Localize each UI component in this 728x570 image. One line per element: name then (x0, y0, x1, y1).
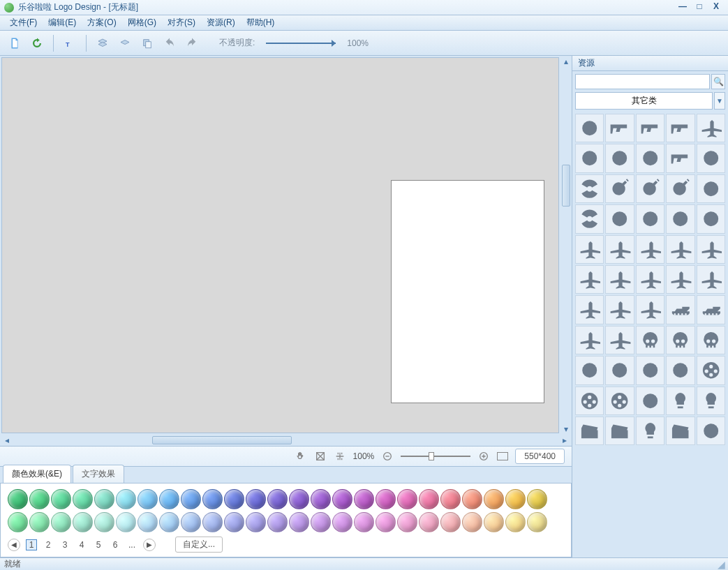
pager-page-2[interactable]: 2 (43, 540, 54, 550)
color-swatch[interactable] (267, 512, 288, 532)
color-swatch[interactable] (73, 489, 93, 509)
tab-color-effect[interactable]: 颜色效果(&E) (3, 465, 71, 483)
hand-tool-icon[interactable] (295, 450, 307, 463)
color-swatch[interactable] (397, 489, 417, 509)
zoom-slider[interactable] (401, 456, 470, 457)
light-icon[interactable] (636, 417, 664, 445)
undo-button[interactable] (161, 34, 179, 52)
vscroll-thumb[interactable] (562, 165, 570, 207)
color-swatch[interactable] (527, 512, 547, 532)
radar-icon[interactable] (666, 356, 694, 384)
color-swatch[interactable] (462, 489, 482, 509)
menu-help[interactable]: 帮助(H) (241, 15, 281, 30)
opacity-slider[interactable] (266, 43, 336, 44)
reel3-icon[interactable] (605, 387, 634, 415)
hscroll-thumb[interactable] (152, 436, 292, 444)
scroll-up-icon[interactable]: ▴ (560, 56, 572, 67)
ship-icon[interactable] (697, 295, 725, 324)
hscroll-track[interactable] (13, 436, 559, 444)
scroll-down-icon[interactable]: ▾ (560, 423, 572, 435)
shuriken-icon[interactable] (575, 114, 604, 142)
refresh-button[interactable] (28, 34, 46, 52)
color-swatch[interactable] (440, 489, 461, 509)
bullet-icon[interactable] (605, 144, 634, 172)
color-swatch[interactable] (116, 512, 136, 532)
layer-button-1[interactable] (94, 34, 112, 52)
radiation-icon[interactable] (575, 174, 604, 203)
clapper-icon[interactable] (575, 417, 604, 445)
color-swatch[interactable] (181, 489, 201, 509)
color-swatch[interactable] (51, 489, 71, 509)
scroll-left-icon[interactable]: ◂ (1, 435, 13, 446)
chopper-icon[interactable] (575, 295, 604, 324)
pager-page-1[interactable]: 1 (26, 539, 37, 550)
biohazard-icon[interactable] (575, 204, 604, 233)
color-swatch[interactable] (94, 489, 114, 509)
color-swatch[interactable] (29, 489, 50, 509)
color-swatch[interactable] (246, 512, 266, 532)
crosshair-icon[interactable] (697, 144, 725, 172)
color-swatch[interactable] (289, 512, 309, 532)
color-swatch[interactable] (202, 512, 223, 532)
skull2-icon[interactable] (666, 326, 694, 354)
color-swatch[interactable] (311, 512, 331, 532)
pager-prev-button[interactable]: ◀ (8, 539, 20, 551)
canvas-size-selector[interactable]: 550*400 (515, 449, 565, 464)
color-swatch[interactable] (484, 489, 504, 509)
copy-button[interactable] (138, 34, 156, 52)
color-swatch[interactable] (376, 512, 396, 532)
color-swatch[interactable] (527, 489, 547, 509)
revolver-icon[interactable] (636, 114, 664, 142)
color-swatch[interactable] (159, 512, 179, 532)
fighter2-icon[interactable] (636, 265, 664, 294)
menu-align[interactable]: 对齐(S) (162, 15, 201, 30)
color-swatch[interactable] (419, 489, 439, 509)
color-swatch[interactable] (73, 512, 93, 532)
lasso-icon[interactable] (605, 204, 634, 233)
telescope-icon[interactable] (636, 356, 664, 384)
custom-color-button[interactable]: 自定义... (175, 537, 223, 553)
close-button[interactable]: X (708, 2, 724, 13)
fighter-icon[interactable] (605, 265, 634, 294)
color-swatch[interactable] (289, 489, 309, 509)
shell-icon[interactable] (636, 144, 664, 172)
color-swatch[interactable] (332, 489, 352, 509)
spray-icon[interactable] (697, 174, 725, 203)
color-swatch[interactable] (354, 489, 374, 509)
pager-page-4[interactable]: 4 (76, 540, 87, 550)
screen-icon[interactable] (666, 417, 694, 445)
layer-button-2[interactable] (116, 34, 134, 52)
knife-icon[interactable] (575, 144, 604, 172)
jet2-icon[interactable] (605, 326, 634, 354)
color-swatch[interactable] (311, 489, 331, 509)
color-swatch[interactable] (440, 512, 461, 532)
rocket-icon[interactable] (697, 114, 725, 142)
tank-icon[interactable] (666, 295, 694, 324)
color-swatch[interactable] (138, 512, 158, 532)
uzi-icon[interactable] (666, 144, 694, 172)
pistol-icon[interactable] (605, 114, 634, 142)
color-swatch[interactable] (397, 512, 417, 532)
pager-page-3[interactable]: 3 (59, 540, 70, 550)
burst-icon[interactable] (636, 387, 664, 415)
menu-edit[interactable]: 编辑(E) (43, 15, 82, 30)
text-tool-button[interactable]: T (61, 34, 79, 52)
color-swatch[interactable] (224, 512, 244, 532)
balloon-icon[interactable] (697, 387, 725, 415)
tripod-icon[interactable] (697, 417, 725, 445)
fighter3-icon[interactable] (666, 265, 694, 294)
minimize-button[interactable]: — (675, 2, 690, 13)
new-file-button[interactable] (6, 34, 24, 52)
color-swatch[interactable] (116, 489, 136, 509)
actual-size-icon[interactable] (334, 450, 346, 463)
fit-screen-icon[interactable] (314, 450, 327, 463)
redo-button[interactable] (183, 34, 201, 52)
pager-next-button[interactable]: ▶ (143, 539, 156, 551)
zoom-out-button[interactable] (381, 450, 394, 463)
zoom-slider-knob[interactable] (429, 452, 434, 460)
search-icon[interactable]: 🔍 (711, 74, 725, 89)
reel-icon[interactable] (697, 356, 725, 384)
color-swatch[interactable] (484, 512, 504, 532)
zoom-in-button[interactable] (477, 450, 490, 463)
missile-icon[interactable] (697, 265, 725, 294)
